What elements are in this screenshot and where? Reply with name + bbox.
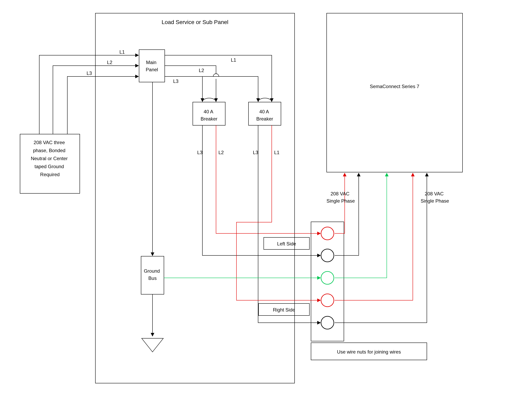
brkL-l3: [202, 125, 320, 255]
left-side-label: Left Side: [277, 241, 296, 247]
terminal-green: [321, 271, 334, 284]
brkL-l2-lbl: L2: [218, 150, 224, 155]
semaconnect-label: SemaConnect Series 7: [370, 84, 419, 89]
sub-panel-box: [95, 13, 294, 383]
mp-l2a: [165, 66, 216, 74]
brkR-l3-lbl: L3: [253, 150, 258, 155]
main-panel-box: [139, 50, 165, 82]
panel-title: Load Service or Sub Panel: [162, 19, 228, 25]
sema-left-voltage: 208 VAC Single Phase: [326, 191, 355, 204]
sema-right-voltage: 208 VAC Single Phase: [421, 191, 449, 204]
ground-bus-box: [141, 256, 164, 294]
source-text: 208 VAC three phase, Bonded Neutral or C…: [31, 140, 69, 177]
sema-ground: [335, 173, 387, 278]
brkR-l1-lbl: L1: [274, 150, 279, 155]
right-side-label: Right Side: [273, 307, 295, 313]
feed-l3: [67, 76, 138, 134]
mp-l3-right: [165, 76, 258, 101]
feed-l1-label: L1: [119, 49, 125, 55]
terminal-black-top: [321, 249, 334, 262]
mp-l1-label: L1: [231, 57, 236, 63]
breaker-right-label: 40 A Breaker: [256, 109, 273, 121]
earth-symbol: [142, 338, 163, 352]
terminal-red-bottom: [321, 294, 334, 307]
ground-bus-label: Ground Bus: [144, 268, 161, 281]
breaker-left-link: [202, 98, 216, 102]
brkL-l3-lbl: L3: [197, 150, 203, 155]
breaker-left-label: 40 A Breaker: [201, 109, 217, 121]
terminal-red-top: [321, 227, 334, 240]
terminal-black-bottom: [321, 316, 334, 329]
wire-nuts-label: Use wire nuts for joining wires: [337, 349, 401, 354]
sema-left-black: [335, 173, 359, 255]
mp-l2-label: L2: [199, 68, 204, 73]
brkL-l2: [216, 125, 320, 233]
feed-l3-label: L3: [86, 70, 92, 76]
wiring-diagram: Load Service or Sub Panel 208 VAC three …: [0, 0, 511, 420]
breaker-right-link: [258, 98, 272, 102]
feed-l2-label: L2: [107, 60, 112, 65]
mp-l1: [165, 55, 272, 101]
mp-l2-hop: [213, 74, 219, 76]
mp-l3-label: L3: [173, 78, 178, 84]
feed-l1: [39, 55, 138, 134]
semaconnect-box: [327, 13, 463, 172]
main-panel-label: Main Panel: [146, 60, 158, 72]
